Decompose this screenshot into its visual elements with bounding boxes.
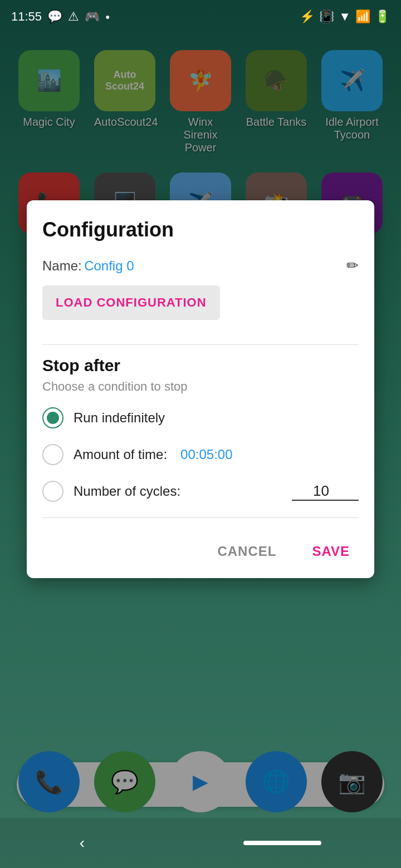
- navigation-bar: ‹: [0, 818, 401, 868]
- radio-number-of-cycles[interactable]: [42, 481, 63, 502]
- number-of-cycles-label: Number of cycles:: [74, 484, 180, 499]
- status-left: 11:55 💬 ⚠ 🎮 ●: [11, 9, 110, 24]
- dot-icon: ●: [105, 12, 110, 21]
- home-pill[interactable]: [243, 841, 321, 845]
- radio-run-indefinitely[interactable]: [42, 407, 63, 428]
- stop-after-subtitle: Choose a condition to stop: [42, 379, 359, 394]
- name-label: Name:: [42, 258, 82, 273]
- radio-inner-selected: [47, 412, 59, 424]
- dialog-title: Configuration: [42, 218, 359, 241]
- option-amount-of-time[interactable]: Amount of time: 00:05:00: [42, 444, 359, 465]
- alert-icon: ⚠: [68, 9, 79, 24]
- name-section: Name: Config 0: [42, 258, 134, 274]
- load-configuration-button[interactable]: LOAD CONFIGURATION: [42, 285, 220, 320]
- bluetooth-icon: ⚡: [300, 9, 315, 24]
- save-button[interactable]: SAVE: [303, 538, 359, 565]
- time: 11:55: [11, 9, 42, 24]
- status-right: ⚡ 📳 ▼ 📶 🔋: [300, 9, 390, 24]
- game-icon: 🎮: [85, 9, 100, 24]
- message-icon: 💬: [47, 9, 62, 24]
- stop-after-title: Stop after: [42, 356, 359, 375]
- battery-icon: 🔋: [375, 9, 390, 24]
- option-number-of-cycles[interactable]: Number of cycles:: [42, 481, 359, 502]
- name-row: Name: Config 0 ✏: [42, 257, 359, 274]
- signal-icon: 📶: [355, 9, 370, 24]
- radio-amount-of-time[interactable]: [42, 444, 63, 465]
- run-indefinitely-label: Run indefinitely: [74, 410, 165, 426]
- divider-1: [42, 344, 359, 345]
- wifi-icon: ▼: [339, 9, 351, 24]
- cycles-input[interactable]: [292, 482, 359, 501]
- edit-icon[interactable]: ✏: [346, 257, 359, 274]
- vibrate-icon: 📳: [319, 9, 334, 24]
- cancel-button[interactable]: CANCEL: [208, 538, 285, 565]
- divider-2: [42, 517, 359, 518]
- amount-of-time-label: Amount of time:: [74, 447, 167, 462]
- back-button[interactable]: ‹: [80, 834, 85, 852]
- status-bar: 11:55 💬 ⚠ 🎮 ● ⚡ 📳 ▼ 📶 🔋: [0, 0, 401, 33]
- configuration-dialog: Configuration Name: Config 0 ✏ LOAD CONF…: [27, 200, 374, 578]
- name-value: Config 0: [84, 258, 134, 273]
- dialog-actions: CANCEL SAVE: [42, 529, 359, 565]
- amount-of-time-value: 00:05:00: [180, 447, 232, 462]
- option-run-indefinitely[interactable]: Run indefinitely: [42, 407, 359, 428]
